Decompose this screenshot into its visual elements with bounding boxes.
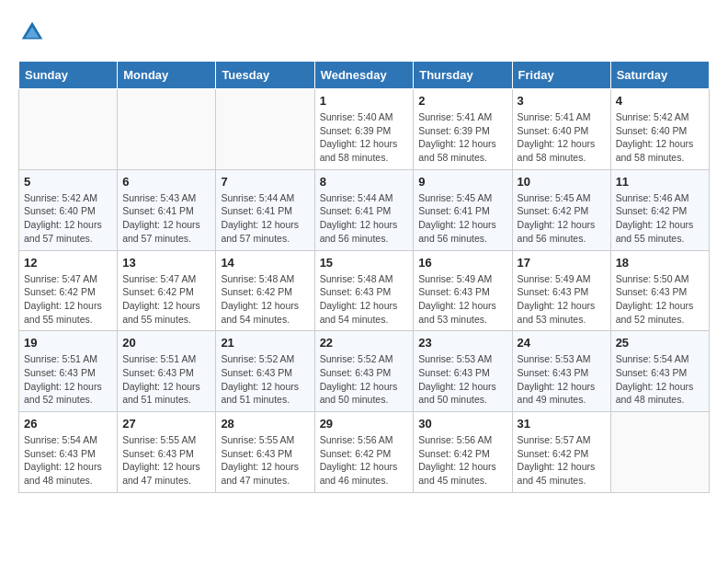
day-info: Sunrise: 5:47 AM Sunset: 6:42 PM Dayligh… (122, 272, 210, 327)
day-number: 1 (320, 94, 409, 108)
day-number: 8 (320, 175, 409, 189)
calendar-cell: 8Sunrise: 5:44 AM Sunset: 6:41 PM Daylig… (314, 169, 414, 250)
calendar-cell: 23Sunrise: 5:53 AM Sunset: 6:43 PM Dayli… (414, 331, 512, 412)
calendar-cell: 11Sunrise: 5:46 AM Sunset: 6:42 PM Dayli… (610, 169, 709, 250)
calendar-cell: 3Sunrise: 5:41 AM Sunset: 6:40 PM Daylig… (512, 89, 610, 170)
day-info: Sunrise: 5:42 AM Sunset: 6:40 PM Dayligh… (616, 110, 704, 165)
day-info: Sunrise: 5:56 AM Sunset: 6:42 PM Dayligh… (418, 433, 506, 488)
day-number: 22 (320, 336, 409, 350)
day-info: Sunrise: 5:48 AM Sunset: 6:42 PM Dayligh… (221, 272, 309, 327)
day-info: Sunrise: 5:43 AM Sunset: 6:41 PM Dayligh… (122, 191, 210, 246)
day-number: 17 (518, 256, 606, 270)
day-number: 27 (122, 417, 210, 431)
day-number: 3 (518, 94, 606, 108)
calendar-cell: 7Sunrise: 5:44 AM Sunset: 6:41 PM Daylig… (216, 169, 314, 250)
calendar-week-row: 1Sunrise: 5:40 AM Sunset: 6:39 PM Daylig… (19, 89, 710, 170)
day-number: 24 (518, 336, 606, 350)
day-number: 25 (616, 336, 704, 350)
calendar-cell: 19Sunrise: 5:51 AM Sunset: 6:43 PM Dayli… (19, 331, 118, 412)
calendar-cell: 26Sunrise: 5:54 AM Sunset: 6:43 PM Dayli… (19, 412, 118, 493)
day-number: 4 (616, 94, 704, 108)
day-info: Sunrise: 5:53 AM Sunset: 6:43 PM Dayligh… (518, 352, 606, 407)
day-number: 11 (616, 175, 704, 189)
calendar-cell: 2Sunrise: 5:41 AM Sunset: 6:39 PM Daylig… (414, 89, 512, 170)
day-number: 14 (221, 256, 309, 270)
day-number: 10 (518, 175, 606, 189)
logo-icon (18, 18, 46, 46)
day-number: 29 (320, 417, 409, 431)
day-number: 13 (122, 256, 210, 270)
day-info: Sunrise: 5:46 AM Sunset: 6:42 PM Dayligh… (616, 191, 704, 246)
day-number: 19 (24, 336, 112, 350)
day-info: Sunrise: 5:56 AM Sunset: 6:42 PM Dayligh… (320, 433, 409, 488)
day-number: 7 (221, 175, 309, 189)
calendar-week-row: 19Sunrise: 5:51 AM Sunset: 6:43 PM Dayli… (19, 331, 710, 412)
day-info: Sunrise: 5:54 AM Sunset: 6:43 PM Dayligh… (24, 433, 112, 488)
day-info: Sunrise: 5:53 AM Sunset: 6:43 PM Dayligh… (418, 352, 506, 407)
day-info: Sunrise: 5:52 AM Sunset: 6:43 PM Dayligh… (221, 352, 309, 407)
day-info: Sunrise: 5:54 AM Sunset: 6:43 PM Dayligh… (616, 352, 704, 407)
weekday-header-saturday: Saturday (610, 62, 709, 89)
weekday-header-sunday: Sunday (19, 62, 118, 89)
day-info: Sunrise: 5:41 AM Sunset: 6:40 PM Dayligh… (518, 110, 606, 165)
day-number: 2 (418, 94, 506, 108)
calendar-cell (610, 412, 709, 493)
day-info: Sunrise: 5:44 AM Sunset: 6:41 PM Dayligh… (320, 191, 409, 246)
calendar-cell (19, 89, 118, 170)
day-info: Sunrise: 5:48 AM Sunset: 6:43 PM Dayligh… (320, 272, 409, 327)
calendar-cell: 15Sunrise: 5:48 AM Sunset: 6:43 PM Dayli… (314, 250, 414, 331)
calendar-cell: 5Sunrise: 5:42 AM Sunset: 6:40 PM Daylig… (19, 169, 118, 250)
day-info: Sunrise: 5:45 AM Sunset: 6:42 PM Dayligh… (518, 191, 606, 246)
calendar-cell: 4Sunrise: 5:42 AM Sunset: 6:40 PM Daylig… (610, 89, 709, 170)
calendar-table: SundayMondayTuesdayWednesdayThursdayFrid… (18, 61, 710, 493)
day-info: Sunrise: 5:50 AM Sunset: 6:43 PM Dayligh… (616, 272, 704, 327)
day-number: 16 (418, 256, 506, 270)
day-number: 9 (418, 175, 506, 189)
calendar-cell: 28Sunrise: 5:55 AM Sunset: 6:43 PM Dayli… (216, 412, 314, 493)
calendar-cell (118, 89, 216, 170)
calendar-week-row: 12Sunrise: 5:47 AM Sunset: 6:42 PM Dayli… (19, 250, 710, 331)
day-info: Sunrise: 5:57 AM Sunset: 6:42 PM Dayligh… (518, 433, 606, 488)
calendar-cell: 20Sunrise: 5:51 AM Sunset: 6:43 PM Dayli… (118, 331, 216, 412)
day-number: 18 (616, 256, 704, 270)
calendar-cell: 22Sunrise: 5:52 AM Sunset: 6:43 PM Dayli… (314, 331, 414, 412)
day-number: 5 (24, 175, 112, 189)
day-number: 12 (24, 256, 112, 270)
day-info: Sunrise: 5:47 AM Sunset: 6:42 PM Dayligh… (24, 272, 112, 327)
day-number: 20 (122, 336, 210, 350)
calendar-cell: 30Sunrise: 5:56 AM Sunset: 6:42 PM Dayli… (414, 412, 512, 493)
day-info: Sunrise: 5:55 AM Sunset: 6:43 PM Dayligh… (221, 433, 309, 488)
day-info: Sunrise: 5:42 AM Sunset: 6:40 PM Dayligh… (24, 191, 112, 246)
day-info: Sunrise: 5:52 AM Sunset: 6:43 PM Dayligh… (320, 352, 409, 407)
calendar-cell: 21Sunrise: 5:52 AM Sunset: 6:43 PM Dayli… (216, 331, 314, 412)
weekday-header-thursday: Thursday (414, 62, 512, 89)
calendar-week-row: 26Sunrise: 5:54 AM Sunset: 6:43 PM Dayli… (19, 412, 710, 493)
day-info: Sunrise: 5:44 AM Sunset: 6:41 PM Dayligh… (221, 191, 309, 246)
day-info: Sunrise: 5:49 AM Sunset: 6:43 PM Dayligh… (518, 272, 606, 327)
day-number: 6 (122, 175, 210, 189)
calendar-cell: 27Sunrise: 5:55 AM Sunset: 6:43 PM Dayli… (118, 412, 216, 493)
calendar-cell: 13Sunrise: 5:47 AM Sunset: 6:42 PM Dayli… (118, 250, 216, 331)
day-info: Sunrise: 5:55 AM Sunset: 6:43 PM Dayligh… (122, 433, 210, 488)
calendar-cell: 24Sunrise: 5:53 AM Sunset: 6:43 PM Dayli… (512, 331, 610, 412)
day-number: 30 (418, 417, 506, 431)
day-info: Sunrise: 5:41 AM Sunset: 6:39 PM Dayligh… (418, 110, 506, 165)
day-info: Sunrise: 5:51 AM Sunset: 6:43 PM Dayligh… (122, 352, 210, 407)
calendar-cell: 18Sunrise: 5:50 AM Sunset: 6:43 PM Dayli… (610, 250, 709, 331)
day-number: 23 (418, 336, 506, 350)
day-info: Sunrise: 5:45 AM Sunset: 6:41 PM Dayligh… (418, 191, 506, 246)
calendar-cell: 9Sunrise: 5:45 AM Sunset: 6:41 PM Daylig… (414, 169, 512, 250)
calendar-cell: 16Sunrise: 5:49 AM Sunset: 6:43 PM Dayli… (414, 250, 512, 331)
calendar-cell: 6Sunrise: 5:43 AM Sunset: 6:41 PM Daylig… (118, 169, 216, 250)
weekday-header-wednesday: Wednesday (314, 62, 414, 89)
day-info: Sunrise: 5:40 AM Sunset: 6:39 PM Dayligh… (320, 110, 409, 165)
calendar-cell: 17Sunrise: 5:49 AM Sunset: 6:43 PM Dayli… (512, 250, 610, 331)
calendar-week-row: 5Sunrise: 5:42 AM Sunset: 6:40 PM Daylig… (19, 169, 710, 250)
calendar-cell (216, 89, 314, 170)
weekday-header-tuesday: Tuesday (216, 62, 314, 89)
calendar-cell: 29Sunrise: 5:56 AM Sunset: 6:42 PM Dayli… (314, 412, 414, 493)
day-number: 31 (518, 417, 606, 431)
calendar-cell: 10Sunrise: 5:45 AM Sunset: 6:42 PM Dayli… (512, 169, 610, 250)
calendar-cell: 14Sunrise: 5:48 AM Sunset: 6:42 PM Dayli… (216, 250, 314, 331)
day-number: 21 (221, 336, 309, 350)
